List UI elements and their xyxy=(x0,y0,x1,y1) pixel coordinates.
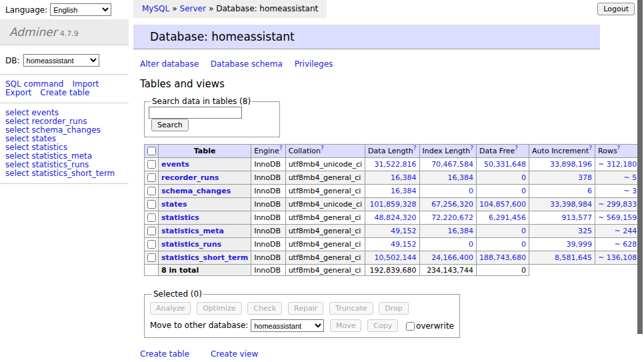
breadcrumb-mysql-link[interactable]: MySQL xyxy=(142,4,169,13)
index-length-link[interactable]: 67,256,320 xyxy=(419,198,477,211)
data-free-link[interactable]: 50,331,648 xyxy=(477,158,529,171)
rows-count-link[interactable]: ~ 5 xyxy=(595,171,640,185)
move-button[interactable]: Move xyxy=(330,319,362,332)
logout-button[interactable]: Logout xyxy=(597,3,635,15)
data-free-link[interactable]: 0 xyxy=(477,225,529,238)
data-length-link[interactable]: 48,824,320 xyxy=(365,211,419,225)
check-button[interactable]: Check xyxy=(247,302,282,315)
truncate-button[interactable]: Truncate xyxy=(329,302,373,315)
rows-count-link[interactable]: ~ 3 xyxy=(595,185,640,198)
copy-button[interactable]: Copy xyxy=(367,319,398,332)
table-name-link[interactable]: statistics xyxy=(161,213,199,222)
db-select[interactable]: homeassistant xyxy=(23,54,99,67)
row-checkbox[interactable] xyxy=(147,173,156,182)
row-checkbox[interactable] xyxy=(147,200,156,209)
help-link[interactable]: ? xyxy=(470,145,473,151)
auto-increment-link[interactable]: 6 xyxy=(529,185,595,198)
rows-count-link[interactable]: ~ 312,180 xyxy=(595,158,640,171)
index-length-link[interactable]: 0 xyxy=(419,185,477,198)
help-link[interactable]: ? xyxy=(321,145,324,151)
privileges-link[interactable]: Privileges xyxy=(295,59,333,69)
data-length-link[interactable]: 49,152 xyxy=(365,238,419,251)
data-free-link[interactable]: 0 xyxy=(477,171,529,185)
sidebar-item-select-statistics-short-term[interactable]: select statistics_short_term xyxy=(5,169,123,178)
scrollbar-thumb[interactable] xyxy=(637,0,643,334)
select-all-checkbox[interactable] xyxy=(147,147,156,155)
data-length-link[interactable]: 16,384 xyxy=(365,185,419,198)
data-free-link[interactable]: 0 xyxy=(477,238,529,251)
breadcrumb-server-link[interactable]: Server xyxy=(180,4,206,13)
search-input[interactable] xyxy=(149,107,242,119)
data-length-link[interactable]: 101,859,328 xyxy=(365,198,419,211)
search-button[interactable]: Search xyxy=(151,119,189,131)
table-name-link[interactable]: statistics_runs xyxy=(161,240,221,249)
optimize-button[interactable]: Optimize xyxy=(197,302,241,315)
auto-increment-link[interactable]: 325 xyxy=(529,225,595,238)
rows-count-link[interactable]: ~ 299,833 xyxy=(595,198,640,211)
table-name-link[interactable]: events xyxy=(161,160,189,169)
overwrite-checkbox[interactable] xyxy=(406,322,415,331)
rows-count-link[interactable]: ~ 628 xyxy=(595,238,640,251)
auto-increment-link[interactable]: 913,577 xyxy=(529,211,595,225)
table-name-link[interactable]: statistics_short_term xyxy=(161,253,248,262)
search-legend: Search data in tables (8) xyxy=(151,97,252,106)
auto-increment-link[interactable]: 33,898,196 xyxy=(529,158,595,171)
data-free-link[interactable]: 104,857,600 xyxy=(477,198,529,211)
database-schema-link[interactable]: Database schema xyxy=(211,59,283,69)
index-length-link[interactable]: 72,220,672 xyxy=(419,211,477,225)
row-checkbox[interactable] xyxy=(147,240,156,249)
data-length-link[interactable]: 31,522,816 xyxy=(365,158,419,171)
table-name-link[interactable]: recorder_runs xyxy=(161,173,219,182)
move-database-select[interactable]: homeassistant xyxy=(251,319,324,332)
index-length-link[interactable]: 70,467,584 xyxy=(419,158,477,171)
app-name[interactable]: Adminer xyxy=(9,25,57,39)
sidebar-link-sql-command[interactable]: SQL command xyxy=(5,79,63,89)
collation-cell: utf8mb4_general_ci xyxy=(285,185,365,198)
sidebar-link-export[interactable]: Export xyxy=(5,88,31,97)
row-checkbox[interactable] xyxy=(147,187,156,195)
sidebar-link-create-table[interactable]: Create table xyxy=(40,88,89,97)
table-name-link[interactable]: schema_changes xyxy=(161,187,231,195)
rows-count-link[interactable]: ~ 136,108 xyxy=(595,251,640,265)
data-free-link[interactable]: 188,743,680 xyxy=(477,251,529,265)
create-view-link[interactable]: Create view xyxy=(211,349,258,359)
column-header-engine: Engine? xyxy=(251,145,285,158)
row-checkbox[interactable] xyxy=(147,213,156,222)
row-checkbox[interactable] xyxy=(147,227,156,235)
breadcrumb-separator: » xyxy=(172,4,177,13)
data-length-link[interactable]: 10,502,144 xyxy=(365,251,419,265)
help-link[interactable]: ? xyxy=(413,145,417,151)
row-checkbox[interactable] xyxy=(147,253,156,262)
database-action-links: Alter database Database schema Privilege… xyxy=(140,59,639,69)
data-length-link[interactable]: 49,152 xyxy=(365,225,419,238)
help-link[interactable]: ? xyxy=(279,145,283,151)
data-free-link[interactable]: 6,291,456 xyxy=(477,211,529,225)
auto-increment-link[interactable]: 8,581,645 xyxy=(529,251,595,265)
index-length-link[interactable]: 24,166,400 xyxy=(419,251,477,265)
analyze-button[interactable]: Analyze xyxy=(150,302,191,315)
table-name-link[interactable]: states xyxy=(161,200,187,209)
auto-increment-link[interactable]: 39,999 xyxy=(529,238,595,251)
index-length-link[interactable]: 16,384 xyxy=(419,171,477,185)
drop-button[interactable]: Drop xyxy=(379,302,408,315)
create-table-link[interactable]: Create table xyxy=(140,349,189,359)
row-checkbox[interactable] xyxy=(147,160,156,169)
auto-increment-link[interactable]: 378 xyxy=(529,171,595,185)
help-link[interactable]: ? xyxy=(617,145,621,151)
help-link[interactable]: ? xyxy=(515,145,518,151)
data-free-link[interactable]: 0 xyxy=(477,185,529,198)
auto-increment-link[interactable]: 33,398,984 xyxy=(529,198,595,211)
table-row: statistics_meta InnoDB utf8mb4_general_c… xyxy=(145,225,644,238)
help-link[interactable]: ? xyxy=(589,145,592,151)
rows-count-link[interactable]: ~ 569,159 xyxy=(595,211,640,225)
alter-database-link[interactable]: Alter database xyxy=(140,59,199,69)
language-select[interactable]: English xyxy=(50,3,111,16)
index-length-link[interactable]: 0 xyxy=(419,238,477,251)
repair-button[interactable]: Repair xyxy=(288,302,323,315)
index-length-link[interactable]: 16,384 xyxy=(419,225,477,238)
table-row: states InnoDB utf8mb4_unicode_ci 101,859… xyxy=(145,198,644,211)
sidebar-link-import[interactable]: Import xyxy=(72,79,99,89)
data-length-link[interactable]: 16,384 xyxy=(365,171,419,185)
rows-count-link[interactable]: ~ 244 xyxy=(595,225,640,238)
table-name-link[interactable]: statistics_meta xyxy=(161,227,224,235)
